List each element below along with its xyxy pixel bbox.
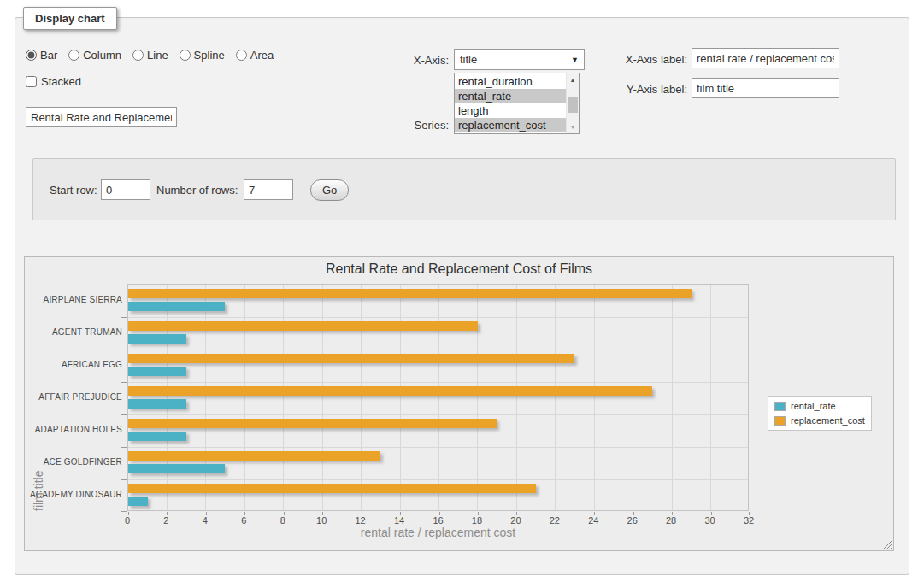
bar-replacement_cost xyxy=(128,289,692,298)
gridline-vertical xyxy=(555,285,556,510)
x-tick-label: 32 xyxy=(736,515,762,526)
x-tick-label: 10 xyxy=(309,515,334,526)
bar-replacement_cost xyxy=(128,321,478,331)
y-axis-tick xyxy=(121,350,127,350)
x-axis-label-caption: X-Axis label: xyxy=(617,53,687,66)
gridline-vertical xyxy=(710,285,711,510)
chart-type-radio-spline[interactable] xyxy=(180,50,191,61)
y-axis-label-input[interactable] xyxy=(692,78,839,98)
go-button[interactable]: Go xyxy=(310,179,349,201)
chart-type-label: Line xyxy=(147,49,168,62)
legend-item-rental_rate: rental_rate xyxy=(774,401,865,411)
x-axis-select[interactable]: title ▼ xyxy=(454,49,585,70)
y-axis-tick xyxy=(121,511,127,512)
gridline-vertical xyxy=(322,285,323,510)
y-axis-category-labels: AIRPLANE SIERRAAGENT TRUMANAFRICAN EGGAF… xyxy=(25,284,122,511)
series-option-length[interactable]: length xyxy=(455,103,566,118)
start-row-label: Start row: xyxy=(50,184,97,197)
gridline-vertical xyxy=(400,285,401,510)
legend-label: rental_rate xyxy=(791,401,836,411)
y-category-label: ACE GOLDFINGER xyxy=(25,457,122,467)
y-category-label: AGENT TRUMAN xyxy=(25,327,122,337)
x-tick-label: 24 xyxy=(580,515,606,526)
gridline-horizontal xyxy=(128,447,748,448)
bar-rental_rate xyxy=(128,334,186,344)
bar-replacement_cost xyxy=(128,484,536,493)
chart-type-radio-column[interactable] xyxy=(68,50,79,61)
bar-replacement_cost xyxy=(128,354,574,363)
x-tick-label: 6 xyxy=(231,515,256,526)
chart-type-radio-group: BarColumnLineSplineArea xyxy=(26,49,274,62)
y-axis-tick xyxy=(121,382,127,383)
series-option-rental_rate[interactable]: rental_rate xyxy=(455,89,566,103)
stacked-label: Stacked xyxy=(41,75,81,88)
legend-swatch xyxy=(774,402,786,411)
series-options: rental_durationrental_ratelengthreplacem… xyxy=(455,73,566,133)
gridline-vertical xyxy=(361,285,362,510)
y-axis-tick xyxy=(121,447,127,448)
gridline-vertical xyxy=(516,285,517,510)
gridline-horizontal xyxy=(128,350,748,350)
scroll-up-icon[interactable]: ▲ xyxy=(567,73,579,86)
series-option-rental_duration[interactable]: rental_duration xyxy=(455,74,566,89)
x-tick-label: 12 xyxy=(348,515,374,526)
fieldset-legend: Display chart xyxy=(23,7,117,30)
gridline-vertical xyxy=(672,285,673,510)
y-axis-label-caption: Y-Axis label: xyxy=(617,83,687,96)
chart-type-option-spline[interactable]: Spline xyxy=(180,49,225,62)
x-axis-title: rental rate / replacement cost xyxy=(127,526,749,539)
bar-rental_rate xyxy=(128,367,186,376)
y-category-label: AFFAIR PREJUDICE xyxy=(25,392,122,402)
gridline-vertical xyxy=(594,285,595,510)
page: Display chart BarColumnLineSplineArea St… xyxy=(0,0,924,582)
gridline-vertical xyxy=(438,285,439,510)
series-listbox[interactable]: rental_durationrental_ratelengthreplacem… xyxy=(454,73,580,134)
y-category-label: ACADEMY DINOSAUR xyxy=(25,490,122,499)
gridline-vertical xyxy=(477,285,478,510)
stacked-checkbox[interactable] xyxy=(26,76,37,87)
scroll-down-icon[interactable]: ▼ xyxy=(567,121,579,133)
chart-title-input[interactable] xyxy=(26,107,177,127)
chart-type-radio-line[interactable] xyxy=(132,50,144,61)
stacked-checkbox-row[interactable]: Stacked xyxy=(26,75,81,88)
bar-replacement_cost xyxy=(128,451,380,461)
chart-type-label: Column xyxy=(83,49,121,62)
x-axis-caption: X-Axis: xyxy=(397,54,449,67)
legend-swatch xyxy=(774,416,786,426)
gridline-horizontal xyxy=(128,479,748,480)
resize-handle-icon[interactable] xyxy=(882,539,892,549)
gridline-horizontal xyxy=(128,414,748,415)
listbox-scrollbar[interactable]: ▲ ▼ xyxy=(566,73,579,133)
num-rows-input[interactable] xyxy=(244,179,293,200)
bar-rental_rate xyxy=(128,399,186,409)
y-axis-tick xyxy=(121,414,127,415)
legend-label: replacement_cost xyxy=(791,415,865,426)
start-row-input[interactable] xyxy=(101,179,150,200)
bar-rental_rate xyxy=(128,497,148,506)
gridline-vertical xyxy=(244,285,245,510)
scrollbar-thumb[interactable] xyxy=(568,97,578,113)
x-axis-selected-value: title xyxy=(460,53,571,66)
chart-type-option-area[interactable]: Area xyxy=(236,49,274,62)
x-tick-label: 20 xyxy=(503,515,528,526)
gridline-vertical xyxy=(167,285,168,510)
chart-type-option-line[interactable]: Line xyxy=(132,49,168,62)
x-tick-label: 26 xyxy=(620,515,645,526)
chart-type-label: Bar xyxy=(40,49,57,62)
bar-rental_rate xyxy=(128,302,225,311)
bar-replacement_cost xyxy=(128,419,497,428)
y-category-label: AIRPLANE SIERRA xyxy=(25,295,122,304)
chart-type-radio-bar[interactable] xyxy=(26,50,37,61)
gridline-horizontal xyxy=(128,382,748,383)
series-option-replacement_cost[interactable]: replacement_cost xyxy=(455,118,566,132)
num-rows-label: Number of rows: xyxy=(156,184,238,197)
bar-rental_rate xyxy=(128,432,186,441)
chart-type-option-bar[interactable]: Bar xyxy=(26,49,57,62)
chart-type-option-column[interactable]: Column xyxy=(68,49,121,62)
plot-area xyxy=(127,284,749,511)
chart-type-label: Spline xyxy=(194,49,225,62)
gridline-vertical xyxy=(205,285,206,510)
x-tick-label: 18 xyxy=(464,515,490,526)
chart-type-radio-area[interactable] xyxy=(236,50,247,61)
x-axis-label-input[interactable] xyxy=(692,48,839,68)
